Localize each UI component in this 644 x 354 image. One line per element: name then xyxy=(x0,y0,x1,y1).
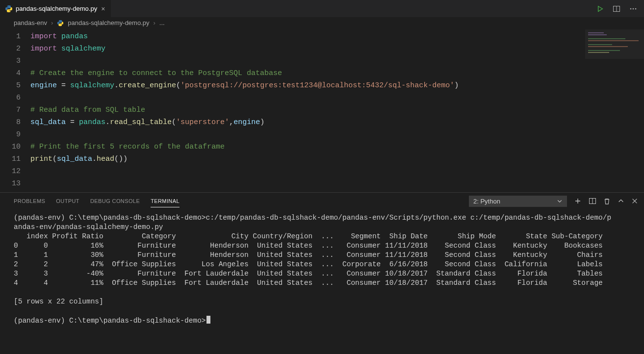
panel-tab-problems[interactable]: PROBLEMS xyxy=(14,195,45,207)
panel-tab-output[interactable]: OUTPUT xyxy=(56,195,79,207)
chevron-down-icon xyxy=(557,198,563,204)
panel-tab-terminal[interactable]: TERMINAL xyxy=(151,195,180,207)
svg-point-4 xyxy=(635,8,637,9)
terminal-row: 0 0 16% Furniture Henderson United State… xyxy=(14,242,603,250)
breadcrumb-tail[interactable]: ... xyxy=(159,19,165,26)
terminal-cursor xyxy=(206,316,210,324)
more-actions-icon[interactable] xyxy=(629,5,637,13)
python-file-icon xyxy=(5,5,13,13)
breadcrumb-file[interactable]: pandas-sqlalchemy-demo.py xyxy=(68,19,149,26)
editor-tab[interactable]: pandas-sqlalchemy-demo.py × xyxy=(0,0,111,17)
split-editor-icon[interactable] xyxy=(613,5,620,13)
editor-tab-label: pandas-sqlalchemy-demo.py xyxy=(16,5,97,12)
bottom-panel: PROBLEMS OUTPUT DEBUG CONSOLE TERMINAL 2… xyxy=(0,192,644,354)
terminal-row: 3 3 -40% Furniture Fort Lauderdale Unite… xyxy=(14,270,603,278)
minimap[interactable] xyxy=(585,29,644,192)
terminal-prompt: (pandas-env) C:\temp\pandas-db-sqlshack-… xyxy=(14,317,206,325)
close-panel-icon[interactable] xyxy=(631,198,638,204)
close-tab-icon[interactable]: × xyxy=(100,5,106,13)
terminal-line: andas-env/pandas-sqlalchemy-demo.py xyxy=(14,223,163,231)
terminal-row: 4 4 11% Office Supplies Fort Lauderdale … xyxy=(14,279,603,287)
line-gutter: 1 2 3 4 5 6 7 8 9 10 11 12 13 xyxy=(0,30,30,192)
python-file-icon xyxy=(57,20,64,26)
code-content[interactable]: import pandas import sqlalchemy # Create… xyxy=(30,30,585,192)
svg-point-3 xyxy=(633,8,634,9)
kill-terminal-icon[interactable] xyxy=(603,198,611,205)
maximize-panel-icon[interactable] xyxy=(618,198,624,204)
run-icon[interactable] xyxy=(597,5,604,12)
chevron-right-icon: › xyxy=(49,19,55,26)
split-terminal-icon[interactable] xyxy=(589,197,596,205)
terminal-header: index Profit Ratio Category City Country… xyxy=(14,232,603,240)
svg-point-2 xyxy=(630,8,632,9)
code-editor[interactable]: 1 2 3 4 5 6 7 8 9 10 11 12 13 import pan… xyxy=(0,29,585,192)
terminal-row: 1 1 30% Furniture Henderson United State… xyxy=(14,251,603,259)
terminal-output[interactable]: (pandas-env) C:\temp\pandas-db-sqlshack-… xyxy=(0,209,644,354)
chevron-right-icon: › xyxy=(152,19,157,26)
panel-tab-debug[interactable]: DEBUG CONSOLE xyxy=(90,195,140,207)
terminal-row: 2 2 47% Office Supplies Los Angeles Unit… xyxy=(14,260,603,268)
terminal-line: (pandas-env) C:\temp\pandas-db-sqlshack-… xyxy=(14,214,611,222)
new-terminal-icon[interactable] xyxy=(574,197,582,205)
breadcrumb-root[interactable]: pandas-env xyxy=(14,19,47,26)
terminal-picker[interactable]: 2: Python xyxy=(469,196,567,207)
terminal-footer: [5 rows x 22 columns] xyxy=(14,298,103,305)
panel-tabs: PROBLEMS OUTPUT DEBUG CONSOLE TERMINAL 2… xyxy=(0,193,644,209)
breadcrumb[interactable]: pandas-env › pandas-sqlalchemy-demo.py ›… xyxy=(0,17,644,29)
terminal-picker-label: 2: Python xyxy=(473,198,500,205)
tabs-bar: pandas-sqlalchemy-demo.py × xyxy=(0,0,644,17)
